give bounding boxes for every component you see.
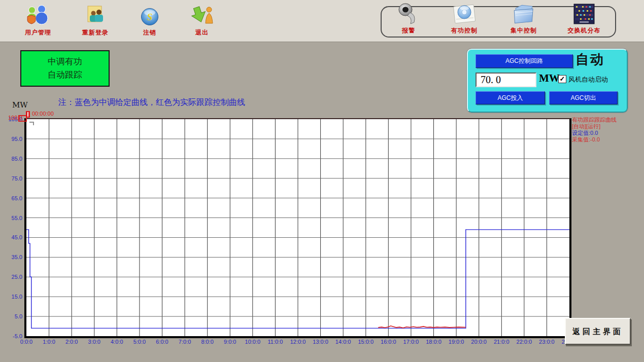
y-axis-tick-label: 45.0: [0, 234, 22, 240]
y-axis-tick-label: 85.0: [0, 156, 22, 162]
x-axis-tick-label: 4:0:0: [111, 339, 123, 345]
toolbar-item-label: 交换机分布: [556, 26, 612, 35]
y-axis-tick-label: 35.0: [0, 254, 22, 260]
y-axis-tick-label: 55.0: [0, 215, 22, 221]
x-axis-tick-label: 15:0:0: [358, 339, 374, 345]
toolbar-item-label: 退出: [177, 28, 227, 37]
x-axis-tick-label: 7:0:0: [179, 339, 191, 345]
x-axis-tick-label: 22:0:0: [517, 339, 532, 345]
fan-autostart-label: 风机自动启动: [568, 75, 608, 84]
cursor-time-label: 00:00:00: [32, 111, 54, 117]
users-icon: [10, 3, 66, 27]
x-axis-tick-label: 11:0:0: [268, 339, 283, 345]
status-box-line1: 中调有功: [48, 55, 82, 68]
logout-icon: S: [124, 3, 175, 27]
x-axis-tick-label: 16:0:0: [381, 339, 396, 345]
switch-rack-icon: [556, 1, 612, 25]
x-axis-tick-label: 1:0:0: [43, 339, 55, 345]
chart-note: 注：蓝色为中调给定曲线，红色为实际跟踪控制曲线: [58, 97, 245, 108]
scada-agc-screen: 用户管理 重新登录: [0, 0, 644, 362]
x-axis-tick-label: 21:0:0: [494, 339, 510, 345]
toolbar-item-alarm[interactable]: 报警: [384, 1, 433, 38]
y-axis-tick-label: -5.0: [0, 333, 22, 339]
x-axis-tick-label: 5:0:0: [133, 339, 146, 345]
x-axis-tick-label: 3:0:0: [88, 339, 100, 345]
x-axis-tick-label: 8:0:0: [201, 339, 213, 345]
cursor-flag-icon[interactable]: [26, 111, 30, 118]
svg-text:S: S: [147, 12, 153, 22]
x-axis-tick-label: 0:0:0: [20, 339, 32, 345]
agc-on-button[interactable]: AGC投入: [476, 91, 545, 104]
agc-off-button[interactable]: AGC切出: [549, 91, 618, 104]
toolbar: 用户管理 重新登录: [0, 0, 644, 42]
toolbar-item-logout[interactable]: S 注销: [124, 3, 175, 40]
setpoint-input[interactable]: [476, 73, 536, 87]
x-axis-tick-label: 17:0:0: [403, 339, 419, 345]
agc-control-panel: AGC控制回路 自动 MW 风机自动启动 AGC投入 AGC切出: [467, 49, 628, 113]
toolbar-item-user-management[interactable]: 用户管理: [10, 3, 66, 40]
alarm-speaker-icon: [384, 1, 433, 25]
y-axis-tick-label: 95.0: [0, 136, 22, 142]
x-axis-tick-label: 6:0:0: [156, 339, 168, 345]
toolbar-item-central-control[interactable]: 集中控制: [498, 1, 549, 38]
x-axis-tick-label: 18:0:0: [426, 339, 442, 345]
toolbar-item-label: 报警: [384, 26, 433, 35]
central-control-folder-icon: [498, 1, 549, 25]
toolbar-item-relogin[interactable]: 重新登录: [67, 3, 123, 40]
relogin-icon: [67, 3, 123, 27]
agc-mode-label: 自动: [575, 51, 605, 68]
x-axis-tick-label: 9:0:0: [224, 339, 236, 345]
trend-chart-canvas: [26, 119, 569, 336]
status-box-line2: 自动跟踪: [48, 68, 82, 82]
agc-loop-button[interactable]: AGC控制回路: [476, 54, 573, 68]
legend-curve-status: [自动][运行]: [572, 123, 643, 130]
x-axis-tick-label: 13:0:0: [313, 339, 328, 345]
x-axis-tick-label: 10:0:0: [245, 339, 261, 345]
y-axis-tick-label: 75.0: [0, 175, 22, 182]
toolbar-item-label: 有功控制: [439, 26, 490, 35]
plot-corner-mark: [29, 122, 34, 125]
toolbar-item-switch-distribution[interactable]: 交换机分布: [556, 1, 612, 38]
exit-icon: [177, 3, 227, 27]
toolbar-item-active-power[interactable]: 有功控制: [439, 1, 490, 38]
legend-setpoint: 设定值:0.0: [572, 130, 643, 136]
setpoint-unit-label: MW: [539, 72, 560, 85]
return-main-button[interactable]: 返回主界面: [565, 318, 631, 345]
toolbar-item-label: 集中控制: [498, 26, 549, 35]
toolbar-item-label: 用户管理: [10, 28, 66, 37]
x-axis-tick-label: 12:0:0: [290, 339, 306, 345]
x-axis-tick-label: 19:0:0: [449, 339, 464, 345]
x-axis-tick-label: 23:0:0: [539, 339, 555, 345]
trend-chart[interactable]: [24, 118, 571, 338]
y-axis-tick-label: 65.0: [0, 195, 22, 201]
toolbar-item-exit[interactable]: 退出: [177, 3, 227, 40]
fan-autostart-checkbox[interactable]: [558, 75, 566, 83]
status-box: 中调有功 自动跟踪: [20, 50, 110, 87]
curve-legend: 有功跟踪跟踪曲线 [自动][运行] 设定值:0.0 采集值:-0.0: [572, 117, 643, 143]
legend-curve-name: 有功跟踪跟踪曲线: [572, 117, 643, 123]
legend-measured: 采集值:-0.0: [572, 136, 643, 143]
toolbar-item-label: 注销: [124, 28, 175, 37]
y-axis-tick-label: 5.0: [0, 313, 22, 319]
y-axis-tick-label: 15.0: [0, 294, 22, 300]
x-axis-tick-label: 14:0:0: [335, 339, 351, 345]
x-axis-tick-label: 20:0:0: [471, 339, 487, 345]
y-axis-unit-label: MW: [12, 100, 28, 110]
toolbar-item-label: 重新登录: [67, 28, 123, 37]
y-axis-tick-label: 25.0: [0, 274, 22, 280]
active-power-icon: [439, 1, 490, 25]
x-axis-tick-label: 2:0:0: [65, 339, 78, 345]
